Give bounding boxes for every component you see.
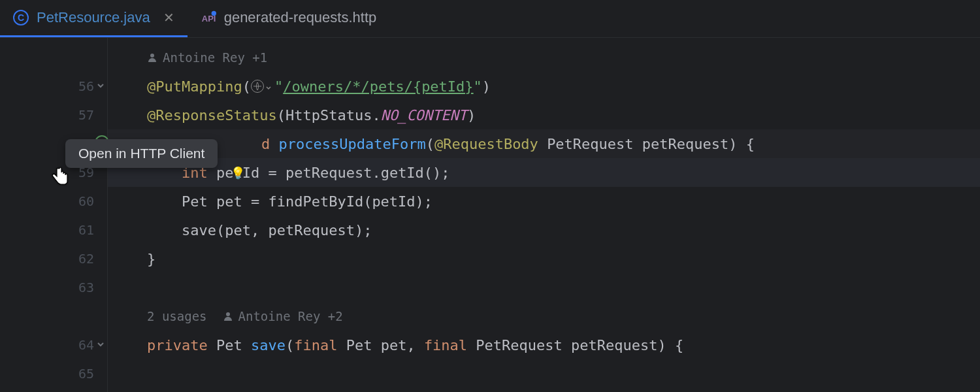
code-vision-hint[interactable]: 2 usages Antoine Rey +2: [108, 302, 980, 331]
svg-text:C: C: [18, 12, 24, 23]
svg-point-3: [211, 11, 216, 16]
code-line[interactable]: Pet pet = findPetById(petId);: [108, 187, 980, 216]
author-hint[interactable]: Antoine Rey +2: [223, 309, 343, 323]
line-number[interactable]: 65: [0, 359, 107, 388]
tab-petresource[interactable]: C PetResource.java ✕: [0, 0, 188, 37]
svg-point-5: [150, 54, 154, 57]
code-line[interactable]: @PutMapping("/owners/*/pets/{petId}"): [108, 72, 980, 101]
tab-label: generated-requests.http: [224, 9, 377, 26]
code-line[interactable]: d processUpdateForm(@RequestBody PetRequ…: [108, 129, 980, 158]
line-number[interactable]: 57: [0, 101, 107, 129]
line-number[interactable]: 56: [0, 72, 107, 101]
line-number[interactable]: 63: [0, 273, 107, 302]
gutter: 56 57 58 59 60 61 62 63 64 65: [0, 38, 108, 392]
code-vision-hint[interactable]: Antoine Rey +1: [108, 43, 980, 72]
fold-icon[interactable]: [95, 337, 106, 353]
line-number[interactable]: 62: [0, 244, 107, 273]
person-icon: [223, 311, 233, 321]
author-hint[interactable]: Antoine Rey +1: [147, 50, 267, 65]
code-line[interactable]: [108, 273, 980, 302]
close-icon[interactable]: ✕: [163, 10, 174, 25]
code-area[interactable]: Antoine Rey +1 @PutMapping("/owners/*/pe…: [108, 38, 980, 392]
tooltip-open-http-client: Open in HTTP Client: [65, 139, 218, 168]
line-number[interactable]: 60: [0, 187, 107, 216]
line-number[interactable]: 61: [0, 216, 107, 244]
api-icon: API: [201, 10, 216, 25]
code-line[interactable]: save(pet, petRequest);: [108, 216, 980, 244]
line-number[interactable]: 64: [0, 331, 107, 359]
code-line[interactable]: private Pet save(final Pet pet, final Pe…: [108, 331, 980, 359]
person-icon: [147, 52, 157, 63]
code-line[interactable]: @ResponseStatus(HttpStatus.NO_CONTENT): [108, 101, 980, 129]
tab-label: PetResource.java: [37, 9, 150, 26]
fold-icon[interactable]: [95, 78, 106, 94]
svg-point-6: [226, 312, 230, 316]
usages-hint[interactable]: 2 usages: [147, 309, 207, 323]
tab-bar: C PetResource.java ✕ API generated-reque…: [0, 0, 980, 38]
code-line[interactable]: }: [108, 244, 980, 273]
globe-icon[interactable]: [251, 80, 264, 93]
bulb-icon[interactable]: 💡: [231, 166, 245, 180]
editor: 56 57 58 59 60 61 62 63 64 65: [0, 38, 980, 392]
code-line[interactable]: 💡 int petId = petRequest.getId();: [108, 158, 980, 187]
chevron-down-icon[interactable]: [265, 78, 272, 95]
class-icon: C: [13, 10, 29, 25]
tab-generated-requests[interactable]: API generated-requests.http: [188, 0, 390, 37]
